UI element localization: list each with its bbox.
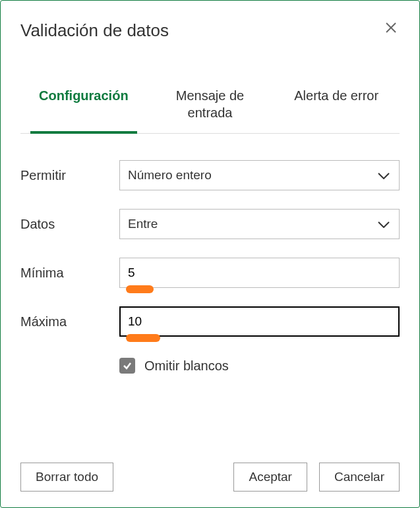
- tab-label-line2: entrada: [188, 105, 233, 120]
- allow-label: Permitir: [20, 168, 119, 183]
- ok-button[interactable]: Aceptar: [233, 463, 307, 492]
- footer-right-group: Aceptar Cancelar: [233, 463, 400, 492]
- tab-bar: Configuración Mensaje de entrada Alerta …: [20, 80, 400, 134]
- tab-error-alert[interactable]: Alerta de error: [273, 80, 400, 133]
- allow-row: Permitir Número entero: [20, 160, 400, 190]
- tab-input-message[interactable]: Mensaje de entrada: [147, 80, 274, 133]
- close-button[interactable]: [382, 20, 400, 38]
- ignore-blank-label: Omitir blancos: [144, 358, 229, 374]
- tab-label: Configuración: [39, 88, 129, 103]
- dialog-title: Validación de datos: [20, 20, 169, 41]
- ignore-blank-row: Omitir blancos: [119, 358, 400, 374]
- clear-all-button[interactable]: Borrar todo: [20, 463, 113, 492]
- dialog-footer: Borrar todo Aceptar Cancelar: [20, 449, 400, 492]
- close-icon: [385, 22, 397, 34]
- cancel-button[interactable]: Cancelar: [319, 463, 400, 492]
- chevron-down-icon: [378, 168, 390, 183]
- checkmark-icon: [122, 360, 133, 371]
- data-select[interactable]: Entre: [119, 209, 400, 239]
- ignore-blank-checkbox[interactable]: [119, 358, 135, 374]
- tab-configuration[interactable]: Configuración: [20, 80, 147, 133]
- minimum-label: Mínima: [20, 266, 119, 281]
- tab-label: Alerta de error: [294, 88, 378, 103]
- tab-label-line1: Mensaje de: [176, 88, 244, 103]
- maximum-label: Máxima: [20, 314, 119, 329]
- data-row: Datos Entre: [20, 209, 400, 239]
- allow-value: Número entero: [128, 168, 212, 183]
- allow-select[interactable]: Número entero: [119, 160, 400, 190]
- data-value: Entre: [128, 217, 158, 231]
- maximum-input[interactable]: [119, 306, 400, 337]
- data-validation-dialog: Validación de datos Configuración Mensaj…: [0, 0, 420, 508]
- data-label: Datos: [20, 217, 119, 232]
- minimum-row: Mínima: [20, 258, 400, 288]
- maximum-row: Máxima: [20, 306, 400, 337]
- chevron-down-icon: [378, 217, 390, 231]
- minimum-input[interactable]: [119, 258, 400, 288]
- dialog-header: Validación de datos: [20, 20, 400, 41]
